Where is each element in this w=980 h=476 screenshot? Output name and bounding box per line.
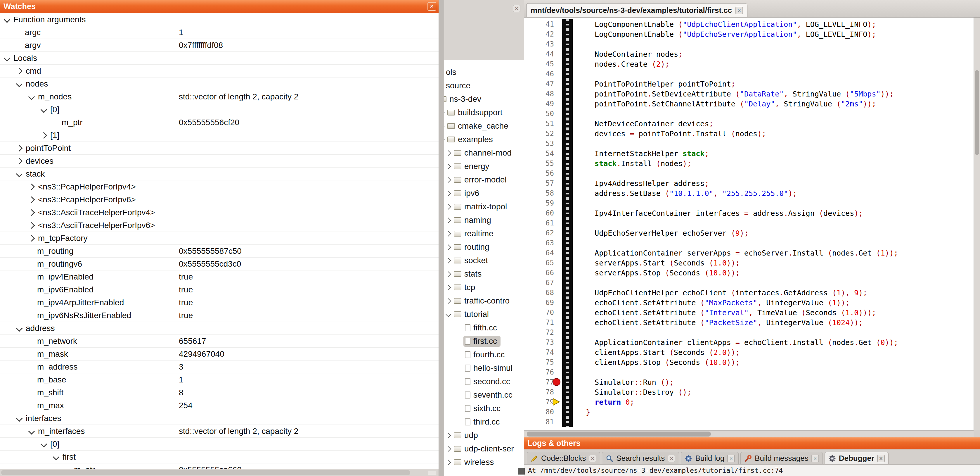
tree-item[interactable]: hello-simul xyxy=(444,361,524,375)
tree-item[interactable]: udp-client-ser xyxy=(444,442,524,455)
gutter-strip[interactable] xyxy=(562,59,573,69)
tree-item[interactable]: tcp xyxy=(444,281,524,294)
chevron-collapsed-icon[interactable] xyxy=(445,285,451,290)
code-line[interactable]: 59 xyxy=(524,198,974,208)
logs-tab-search-results[interactable]: Search results× xyxy=(602,452,679,464)
close-icon[interactable]: × xyxy=(735,7,743,14)
gutter-strip[interactable] xyxy=(562,49,573,59)
chevron-expanded-icon[interactable] xyxy=(4,55,11,61)
code-line[interactable]: 61 xyxy=(524,218,974,228)
code-line[interactable]: 64 ApplicationContainer serverApps = ech… xyxy=(524,248,974,258)
tree-item[interactable]: fourth.cc xyxy=(444,348,524,361)
code-line[interactable]: 81 xyxy=(524,417,974,427)
code-line[interactable]: 73 ApplicationContainer clientApps = ech… xyxy=(524,337,974,347)
watch-row[interactable]: m_tcpFactory xyxy=(0,232,439,245)
code-line[interactable]: 41 LogComponentEnable ("UdpEchoClientApp… xyxy=(524,19,974,29)
watch-row[interactable]: m_nodesstd::vector of length 2, capacity… xyxy=(0,90,439,103)
code-line[interactable]: 78 Simulator::Destroy (); xyxy=(524,387,974,397)
line-number[interactable]: 45 xyxy=(524,60,558,68)
chevron-collapsed-icon[interactable] xyxy=(16,158,23,165)
scrollbar-thumb[interactable] xyxy=(1,470,410,475)
line-number[interactable]: 58 xyxy=(524,189,558,197)
line-number[interactable]: 80 xyxy=(524,408,558,416)
gutter-strip[interactable] xyxy=(562,39,573,49)
watch-row[interactable]: devices xyxy=(0,155,439,168)
chevron-collapsed-icon[interactable] xyxy=(41,132,47,139)
gutter-strip[interactable] xyxy=(562,109,573,119)
line-number[interactable]: 53 xyxy=(524,139,558,148)
tree-item[interactable]: first.cc xyxy=(444,334,524,348)
gutter-strip[interactable] xyxy=(562,188,573,198)
tree-item[interactable]: realtime xyxy=(444,227,524,240)
tree-item[interactable]: examples xyxy=(444,133,524,146)
tree-item[interactable]: second.cc xyxy=(444,375,524,388)
gutter-strip[interactable] xyxy=(562,308,573,318)
code-line[interactable]: 63 xyxy=(524,238,974,248)
watch-row[interactable]: cmd xyxy=(0,65,439,77)
line-number[interactable]: 71 xyxy=(524,318,558,327)
gutter-strip[interactable] xyxy=(562,238,573,248)
logs-tab-code-blocks[interactable]: Code::Blocks× xyxy=(527,452,600,464)
close-icon[interactable]: × xyxy=(668,455,675,462)
line-number[interactable]: 54 xyxy=(524,149,558,158)
line-number[interactable]: 73 xyxy=(524,338,558,347)
line-number[interactable]: 64 xyxy=(524,249,558,257)
gutter-strip[interactable] xyxy=(562,357,573,367)
code-line[interactable]: 67 xyxy=(524,278,974,288)
tree-item[interactable]: third.cc xyxy=(444,415,524,429)
scrollbar-thumb[interactable] xyxy=(975,70,979,155)
code-line[interactable]: 69 echoClient.SetAttribute ("MaxPackets"… xyxy=(524,298,974,308)
code-line[interactable]: 75 clientApps.Stop (Seconds (10.0)); xyxy=(524,357,974,367)
editor-tab[interactable]: mnt/dev/tools/source/ns-3-dev/examples/t… xyxy=(526,3,748,17)
line-number[interactable]: 74 xyxy=(524,348,558,356)
line-number[interactable]: 51 xyxy=(524,120,558,128)
chevron-collapsed-icon[interactable] xyxy=(445,150,451,155)
tree-item[interactable]: source xyxy=(444,79,524,93)
code-line[interactable]: 79 return 0; xyxy=(524,397,974,407)
watch-row[interactable]: m_address3 xyxy=(0,361,439,373)
tree-item[interactable]: ols xyxy=(444,65,524,79)
logs-tab-build-messages[interactable]: Build messages× xyxy=(740,452,823,464)
gutter-strip[interactable] xyxy=(562,377,573,387)
watch-row[interactable]: [0] xyxy=(0,438,439,450)
chevron-collapsed-icon[interactable] xyxy=(445,217,451,223)
code-line[interactable]: 49 pointToPoint.SetChannelAttribute ("De… xyxy=(524,99,974,109)
gutter-strip[interactable] xyxy=(562,139,573,149)
gutter-strip[interactable] xyxy=(562,387,573,397)
watches-titlebar[interactable]: Watches × xyxy=(0,0,439,13)
code-editor[interactable]: 41 LogComponentEnable ("UdpEchoClientApp… xyxy=(524,18,974,430)
gutter-strip[interactable] xyxy=(562,278,573,288)
chevron-expanded-icon[interactable] xyxy=(28,93,35,100)
watch-row[interactable]: <ns3::PcapHelperForIpv4> xyxy=(0,180,439,193)
gutter-strip[interactable] xyxy=(562,19,573,29)
watch-row[interactable]: m_routing0x555555587c50 xyxy=(0,245,439,257)
line-number[interactable]: 69 xyxy=(524,299,558,307)
code-line[interactable]: 42 LogComponentEnable ("UdpEchoServerApp… xyxy=(524,29,974,39)
close-icon[interactable]: × xyxy=(513,5,520,12)
line-number[interactable]: 62 xyxy=(524,229,558,237)
line-number[interactable]: 78 xyxy=(524,388,558,396)
watches-vscrollbar[interactable] xyxy=(439,0,444,476)
watch-row[interactable]: pointToPoint xyxy=(0,142,439,155)
chevron-expanded-icon[interactable] xyxy=(28,428,35,434)
code-line[interactable]: 52 devices = pointToPoint.Install (nodes… xyxy=(524,129,974,139)
line-number[interactable]: 63 xyxy=(524,239,558,247)
gutter-strip[interactable] xyxy=(562,327,573,337)
chevron-collapsed-icon[interactable] xyxy=(16,145,23,152)
line-number[interactable]: 46 xyxy=(524,70,558,78)
chevron-collapsed-icon[interactable] xyxy=(28,222,35,228)
line-number[interactable]: 47 xyxy=(524,80,558,88)
line-number[interactable]: 60 xyxy=(524,209,558,217)
line-number[interactable]: 70 xyxy=(524,308,558,317)
gutter-strip[interactable] xyxy=(562,198,573,208)
chevron-collapsed-icon[interactable] xyxy=(28,209,35,216)
chevron-collapsed-icon[interactable] xyxy=(445,446,451,452)
code-line[interactable]: 44 NodeContainer nodes; xyxy=(524,49,974,59)
code-line[interactable]: 54 InternetStackHelper stack; xyxy=(524,149,974,158)
editor-hscrollbar[interactable] xyxy=(524,430,974,438)
line-number[interactable]: 65 xyxy=(524,259,558,267)
tree-item[interactable]: routing xyxy=(444,240,524,254)
close-icon[interactable]: × xyxy=(428,2,436,11)
tree-item[interactable]: udp xyxy=(444,429,524,442)
code-line[interactable]: 51 NetDeviceContainer devices; xyxy=(524,119,974,129)
